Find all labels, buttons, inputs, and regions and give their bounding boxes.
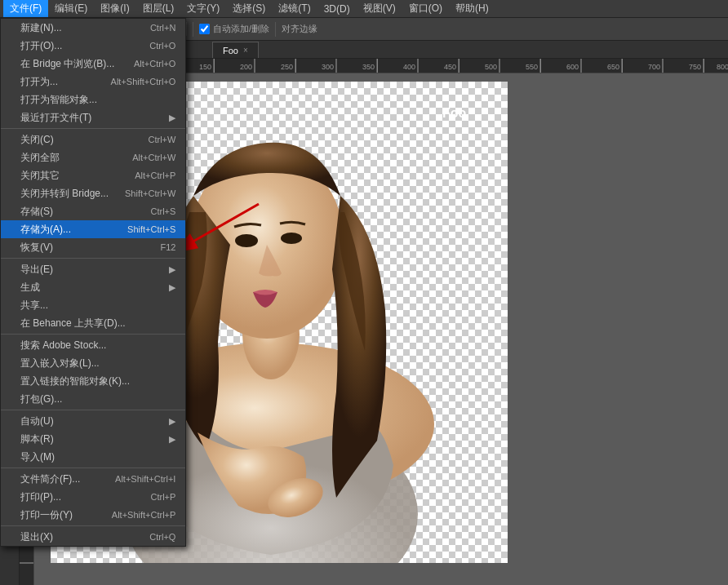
menu-close[interactable]: 关闭(C) Ctrl+W (1, 131, 185, 148)
menu-import[interactable]: 导入(M) (1, 448, 185, 466)
menu-generate[interactable]: 生成 ▶ (1, 278, 185, 296)
menu-revert[interactable]: 恢复(V) F12 (1, 238, 185, 256)
menu-exit[interactable]: 退出(X) Ctrl+Q (1, 528, 185, 546)
scripts-arrow-icon: ▶ (169, 434, 175, 445)
menu-close-all[interactable]: 关闭全部 Alt+Ctrl+W (1, 148, 185, 166)
ruler-tick-5: 200 (240, 63, 252, 71)
menu-window[interactable]: 窗口(O) (402, 0, 449, 17)
menu-close-bridge[interactable]: 关闭并转到 Bridge... Shift+Ctrl+W (1, 184, 185, 202)
auto-add-delete-text: 自动添加/删除 (213, 23, 269, 35)
menu-sep-3 (1, 334, 185, 335)
menu-sep-6 (1, 525, 185, 526)
menu-bridge[interactable]: 在 Bridge 中浏览(B)... Alt+Ctrl+O (1, 55, 185, 73)
menu-print[interactable]: 打印(P)... Ctrl+P (1, 488, 185, 506)
menu-close-others[interactable]: 关闭其它 Alt+Ctrl+P (1, 166, 185, 184)
menu-edit[interactable]: 编辑(E) (48, 0, 94, 17)
menu-open-smart[interactable]: 打开为智能对象... (1, 91, 185, 109)
menu-view[interactable]: 视图(V) (357, 0, 402, 17)
svg-point-4 (235, 234, 258, 247)
ruler-tick-8: 350 (362, 63, 375, 71)
menu-package[interactable]: 打包(G)... (1, 390, 185, 408)
recent-arrow-icon: ▶ (169, 113, 175, 123)
ruler-tick-9: 400 (403, 63, 415, 71)
export-arrow-icon: ▶ (169, 264, 175, 275)
menu-help[interactable]: 帮助(H) (449, 0, 495, 17)
menu-file[interactable]: 文件(F) (3, 0, 48, 17)
menu-3d[interactable]: 3D(D) (317, 2, 357, 16)
ruler-tick-13: 600 (566, 63, 579, 71)
toolbar-separator-5 (275, 22, 276, 37)
menu-image[interactable]: 图像(I) (94, 0, 135, 17)
ruler-tick-17: 800 (717, 63, 728, 71)
ruler-tick-12: 550 (526, 63, 538, 71)
menu-sep-1 (1, 128, 185, 129)
menu-file-info[interactable]: 文件简介(F)... Alt+Shift+Ctrl+I (1, 470, 185, 488)
ruler-tick-16: 750 (689, 63, 701, 71)
menu-save-as[interactable]: 存储为(A)... Shift+Ctrl+S (1, 220, 185, 238)
automate-arrow-icon: ▶ (169, 416, 175, 427)
ruler-tick-14: 650 (607, 63, 619, 71)
ruler-tick-4: 150 (199, 63, 211, 71)
ruler-tick-10: 450 (444, 63, 456, 71)
ruler-tick-15: 700 (648, 63, 660, 71)
file-menu-panel: 新建(N)... Ctrl+N 打开(O)... Ctrl+O 在 Bridge… (0, 18, 186, 547)
menu-new[interactable]: 新建(N)... Ctrl+N (1, 19, 185, 37)
auto-add-delete-checkbox[interactable] (199, 24, 210, 34)
toolbar-separator-4 (193, 22, 193, 37)
menu-print-one[interactable]: 打印一份(Y) Alt+Shift+Ctrl+P (1, 506, 185, 524)
menu-behance[interactable]: 在 Behance 上共享(D)... (1, 314, 185, 332)
tab-foo[interactable]: Foo × (212, 42, 259, 58)
menu-recent[interactable]: 最近打开文件(T) ▶ (1, 109, 185, 126)
menu-open[interactable]: 打开(O)... Ctrl+O (1, 37, 185, 55)
menu-embed-linked[interactable]: 置入嵌入对象(L)... (1, 354, 185, 372)
tab-filename: Foo (223, 46, 238, 55)
menu-export[interactable]: 导出(E) ▶ (1, 260, 185, 278)
menu-automate[interactable]: 自动(U) ▶ (1, 412, 185, 430)
tab-close-icon[interactable]: × (243, 46, 248, 55)
menu-layer[interactable]: 图层(L) (136, 0, 181, 17)
menu-share[interactable]: 共享... (1, 296, 185, 314)
menu-sep-4 (1, 410, 185, 410)
align-edges-text: 对齐边缘 (282, 23, 317, 35)
menu-embed-smart[interactable]: 置入链接的智能对象(K)... (1, 372, 185, 390)
menu-open-as[interactable]: 打开为... Alt+Shift+Ctrl+O (1, 73, 185, 91)
menu-sep-2 (1, 258, 185, 259)
auto-add-delete-label[interactable]: 自动添加/删除 (199, 23, 269, 35)
menu-bar: 文件(F) 编辑(E) 图像(I) 图层(L) 文字(Y) 选择(S) 滤镜(T… (0, 0, 728, 18)
menu-search-stock[interactable]: 搜索 Adobe Stock... (1, 336, 185, 354)
ruler-tick-11: 500 (485, 63, 497, 71)
generate-arrow-icon: ▶ (169, 282, 175, 293)
ruler-tick-6: 250 (281, 63, 293, 71)
file-menu-dropdown: 新建(N)... Ctrl+N 打开(O)... Ctrl+O 在 Bridge… (0, 18, 186, 547)
svg-point-5 (281, 233, 302, 244)
menu-filter[interactable]: 滤镜(T) (272, 0, 317, 17)
ruler-tick-7: 300 (322, 63, 334, 71)
menu-save[interactable]: 存储(S) Ctrl+S (1, 202, 185, 220)
menu-scripts[interactable]: 脚本(R) ▶ (1, 430, 185, 448)
menu-select[interactable]: 选择(S) (226, 0, 272, 17)
menu-text[interactable]: 文字(Y) (180, 0, 226, 17)
menu-sep-5 (1, 468, 185, 468)
